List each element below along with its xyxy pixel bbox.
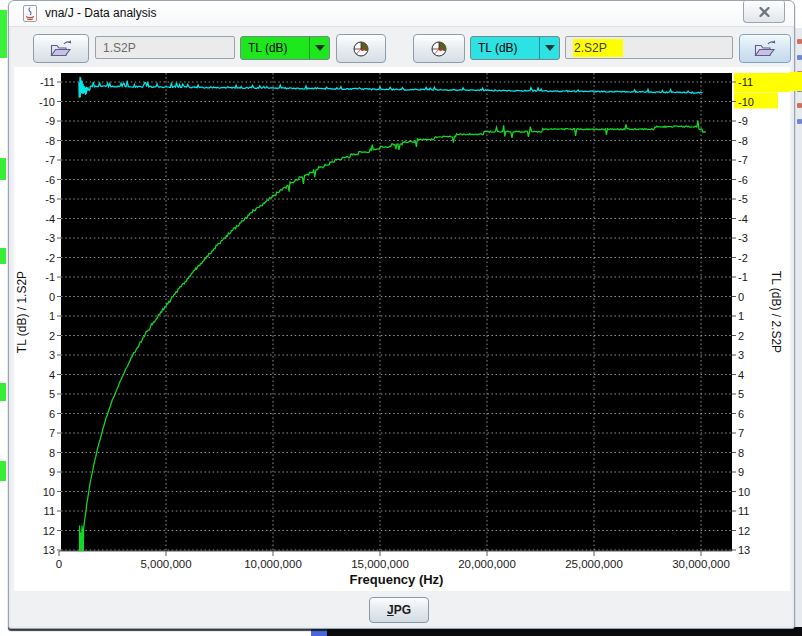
close-icon [759,7,770,17]
svg-text:-2: -2 [45,252,55,264]
svg-text:-9: -9 [738,115,748,127]
svg-text:-8: -8 [45,135,55,147]
svg-text:-11: -11 [40,76,55,88]
svg-text:11: 11 [44,505,55,517]
svg-text:-8: -8 [738,135,748,147]
open-folder-icon [49,39,73,58]
svg-text:-7: -7 [45,154,55,166]
channel-right-value: TL (dB) [471,37,539,59]
svg-text:-4: -4 [45,213,55,225]
svg-text:3: 3 [49,349,55,361]
marker-left-button[interactable] [336,34,386,63]
svg-text:1: 1 [738,310,744,322]
chevron-down-icon[interactable] [309,37,329,59]
svg-text:-1: -1 [45,271,55,283]
svg-text:8: 8 [738,447,744,459]
svg-text:6: 6 [49,408,55,420]
chart-panel[interactable]: 05,000,00010,000,00015,000,00020,000,000… [14,67,790,591]
svg-text:13: 13 [738,544,750,556]
svg-text:5: 5 [49,388,55,400]
svg-text:-9: -9 [45,115,55,127]
svg-text:-5: -5 [45,193,55,205]
svg-text:30,000,000: 30,000,000 [672,558,730,570]
svg-text:-3: -3 [738,232,748,244]
svg-text:2: 2 [738,330,744,342]
svg-text:0: 0 [738,291,744,303]
background-green-blob [0,383,6,401]
svg-text:9: 9 [738,466,744,478]
file1-field[interactable]: 1.S2P [95,36,235,59]
y-axis-title-left: TL (dB) / 1.S2P [15,271,29,353]
file2-value-highlighted: 2.S2P [573,39,623,57]
background-window-scroll-strip [794,28,802,627]
chart-svg[interactable]: 05,000,00010,000,00015,000,00020,000,000… [14,67,790,591]
open-file-left-button[interactable] [33,34,89,63]
svg-text:15,000,000: 15,000,000 [351,558,409,570]
svg-text:1: 1 [49,310,55,322]
channel-left-value: TL (dB) [241,37,309,59]
svg-text:-11: -11 [738,76,753,88]
background-green-blob [0,158,6,180]
svg-text:-4: -4 [738,213,748,225]
svg-text:10: 10 [738,486,750,498]
background-green-blob [0,248,6,264]
background-green-blob [0,461,6,481]
desktop: { "window": { "title": "vna/J - Data ana… [0,0,802,636]
svg-text:9: 9 [49,466,55,478]
svg-text:0: 0 [49,291,55,303]
svg-text:2: 2 [49,330,55,342]
jpg-label: J [387,603,394,617]
export-jpg-button[interactable]: JPG [369,597,429,623]
marker-disc-icon [352,40,370,58]
app-window: vna/J - Data analysis 1.S2P TL (dB) [8,0,795,629]
svg-text:4: 4 [49,369,55,381]
svg-text:-5: -5 [738,193,748,205]
svg-text:-6: -6 [738,174,748,186]
svg-text:7: 7 [738,427,744,439]
open-folder-icon [753,39,777,58]
svg-text:10,000,000: 10,000,000 [244,558,302,570]
svg-text:4: 4 [738,369,744,381]
marker-right-button[interactable] [413,34,465,63]
svg-text:-6: -6 [45,174,55,186]
window-title: vna/J - Data analysis [45,1,156,26]
svg-text:11: 11 [738,505,749,517]
svg-text:-3: -3 [45,232,55,244]
svg-text:12: 12 [738,525,750,537]
svg-text:-2: -2 [738,252,748,264]
svg-text:5: 5 [738,388,744,400]
title-bar[interactable]: vna/J - Data analysis [9,1,794,27]
x-axis-title: Frequency (Hz) [350,572,444,587]
close-button[interactable] [743,1,785,23]
svg-text:13: 13 [43,544,55,556]
java-app-icon [22,5,38,22]
channel-right-combobox[interactable]: TL (dB) [470,36,560,60]
marker-disc-icon [430,40,448,58]
right-axis-highlight-overflow [789,72,802,91]
svg-text:10: 10 [43,486,55,498]
background-green-strip [0,10,7,58]
svg-text:7: 7 [49,427,55,439]
svg-text:25,000,000: 25,000,000 [565,558,623,570]
file2-field[interactable]: 2.S2P [565,36,733,59]
chevron-down-icon[interactable] [539,37,559,59]
svg-text:3: 3 [738,349,744,361]
svg-text:5,000,000: 5,000,000 [140,558,191,570]
y-axis-title-right: TL (dB) / 2.S2P [769,271,783,353]
svg-text:-10: -10 [738,96,754,108]
svg-text:12: 12 [43,525,55,537]
svg-text:-10: -10 [39,96,55,108]
channel-left-combobox[interactable]: TL (dB) [240,36,330,60]
svg-text:-1: -1 [738,271,748,283]
svg-text:-7: -7 [738,154,748,166]
svg-text:20,000,000: 20,000,000 [458,558,516,570]
file1-value: 1.S2P [103,41,136,55]
svg-text:8: 8 [49,447,55,459]
svg-text:0: 0 [56,558,62,570]
svg-text:6: 6 [738,408,744,420]
open-file-right-button[interactable] [739,34,791,63]
